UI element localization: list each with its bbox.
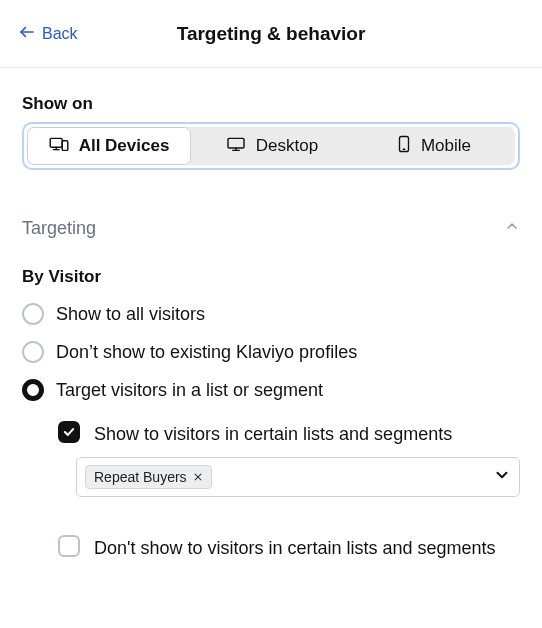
desktop-icon [226, 136, 246, 157]
devices-icon [49, 136, 69, 157]
svg-rect-4 [62, 140, 68, 150]
visitor-option-exclude-profiles[interactable]: Don’t show to existing Klaviyo profiles [22, 341, 520, 363]
radio-icon [22, 341, 44, 363]
radio-label: Target visitors in a list or segment [56, 380, 323, 401]
svg-rect-1 [50, 138, 62, 147]
arrow-left-icon [18, 23, 36, 45]
targeting-accordion-header[interactable]: Targeting [22, 218, 520, 239]
back-button[interactable]: Back [18, 23, 78, 45]
checkbox-icon [58, 421, 80, 443]
chevron-up-icon [504, 218, 520, 239]
targeting-section-title: Targeting [22, 218, 96, 239]
show-on-label: Show on [22, 94, 520, 114]
back-label: Back [42, 25, 78, 43]
device-option-all[interactable]: All Devices [27, 127, 191, 165]
device-option-mobile[interactable]: Mobile [353, 127, 515, 165]
chip-label: Repeat Buyers [94, 469, 187, 485]
by-visitor-heading: By Visitor [22, 267, 520, 287]
radio-label: Show to all visitors [56, 304, 205, 325]
include-lists-checkbox-row[interactable]: Show to visitors in certain lists and se… [58, 421, 520, 447]
chevron-down-icon [493, 466, 511, 488]
svg-rect-5 [228, 138, 244, 148]
device-option-desktop[interactable]: Desktop [191, 127, 353, 165]
page-title: Targeting & behavior [177, 23, 366, 45]
device-option-label: All Devices [79, 136, 170, 156]
chip-remove-icon[interactable] [193, 472, 203, 482]
device-option-label: Mobile [421, 136, 471, 156]
device-option-label: Desktop [256, 136, 318, 156]
radio-icon [22, 303, 44, 325]
device-segmented-control[interactable]: All Devices Desktop Mobile [27, 127, 515, 165]
exclude-lists-label: Don't show to visitors in certain lists … [94, 535, 496, 561]
selected-tag-chip: Repeat Buyers [85, 465, 212, 489]
include-lists-select[interactable]: Repeat Buyers [76, 457, 520, 497]
visitor-option-all[interactable]: Show to all visitors [22, 303, 520, 325]
visitor-option-list-segment[interactable]: Target visitors in a list or segment [22, 379, 520, 401]
exclude-lists-checkbox-row[interactable]: Don't show to visitors in certain lists … [58, 535, 520, 561]
checkbox-icon [58, 535, 80, 557]
radio-label: Don’t show to existing Klaviyo profiles [56, 342, 357, 363]
include-lists-label: Show to visitors in certain lists and se… [94, 421, 452, 447]
radio-icon [22, 379, 44, 401]
mobile-icon [397, 135, 411, 158]
